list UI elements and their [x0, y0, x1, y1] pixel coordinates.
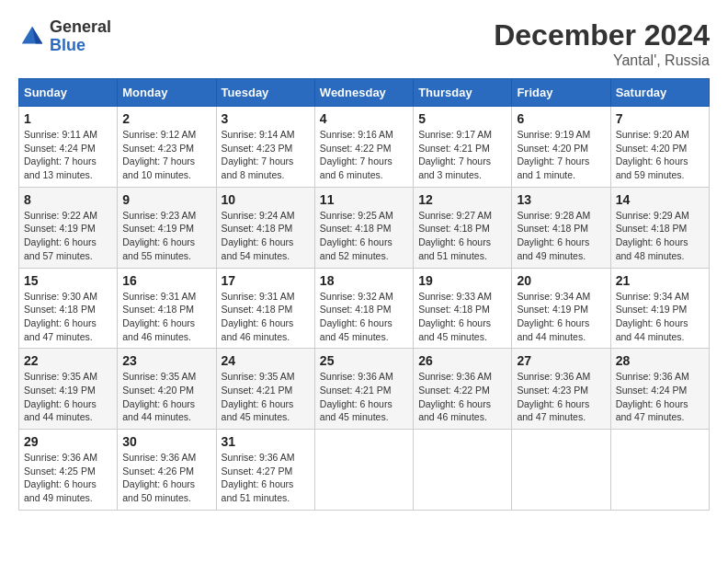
calendar-cell: 8Sunrise: 9:22 AMSunset: 4:19 PMDaylight…: [19, 187, 118, 268]
weekday-header: Saturday: [610, 79, 709, 107]
title-area: December 2024 Yantal', Russia: [494, 18, 710, 69]
day-info: Sunrise: 9:36 AMSunset: 4:25 PMDaylight:…: [24, 451, 112, 505]
day-number: 16: [122, 273, 210, 288]
day-number: 13: [517, 192, 605, 207]
day-info: Sunrise: 9:29 AMSunset: 4:18 PMDaylight:…: [616, 209, 704, 263]
day-number: 29: [24, 434, 112, 449]
day-info: Sunrise: 9:28 AMSunset: 4:18 PMDaylight:…: [517, 209, 605, 263]
calendar-cell: 17Sunrise: 9:31 AMSunset: 4:18 PMDayligh…: [216, 268, 314, 349]
weekday-header: Sunday: [19, 79, 118, 107]
logo-line2: Blue: [50, 37, 111, 55]
calendar-cell: 10Sunrise: 9:24 AMSunset: 4:18 PMDayligh…: [216, 187, 314, 268]
calendar-cell: 18Sunrise: 9:32 AMSunset: 4:18 PMDayligh…: [314, 268, 413, 349]
calendar-cell: 20Sunrise: 9:34 AMSunset: 4:19 PMDayligh…: [512, 268, 610, 349]
day-info: Sunrise: 9:36 AMSunset: 4:26 PMDaylight:…: [122, 451, 210, 505]
page-header: General Blue December 2024 Yantal', Russ…: [18, 18, 710, 69]
logo: General Blue: [18, 18, 111, 55]
day-number: 24: [222, 353, 310, 368]
day-info: Sunrise: 9:22 AMSunset: 4:19 PMDaylight:…: [24, 209, 112, 263]
logo-text: General Blue: [50, 18, 111, 55]
day-number: 26: [418, 353, 506, 368]
day-number: 18: [320, 273, 408, 288]
day-number: 27: [517, 353, 605, 368]
day-number: 8: [24, 192, 112, 207]
day-info: Sunrise: 9:20 AMSunset: 4:20 PMDaylight:…: [616, 128, 704, 182]
calendar-cell: 11Sunrise: 9:25 AMSunset: 4:18 PMDayligh…: [314, 187, 413, 268]
day-info: Sunrise: 9:36 AMSunset: 4:23 PMDaylight:…: [517, 370, 605, 424]
day-info: Sunrise: 9:11 AMSunset: 4:24 PMDaylight:…: [24, 128, 112, 182]
calendar-cell: 26Sunrise: 9:36 AMSunset: 4:22 PMDayligh…: [414, 349, 512, 430]
calendar-cell: 12Sunrise: 9:27 AMSunset: 4:18 PMDayligh…: [414, 187, 512, 268]
day-number: 17: [222, 273, 310, 288]
day-info: Sunrise: 9:31 AMSunset: 4:18 PMDaylight:…: [222, 290, 310, 344]
calendar-cell: 24Sunrise: 9:35 AMSunset: 4:21 PMDayligh…: [216, 349, 314, 430]
day-info: Sunrise: 9:19 AMSunset: 4:20 PMDaylight:…: [517, 128, 605, 182]
calendar-cell: 3Sunrise: 9:14 AMSunset: 4:23 PMDaylight…: [216, 107, 314, 188]
day-number: 2: [122, 111, 210, 126]
day-number: 20: [517, 273, 605, 288]
weekday-header: Wednesday: [314, 79, 413, 107]
calendar-cell: 21Sunrise: 9:34 AMSunset: 4:19 PMDayligh…: [610, 268, 709, 349]
day-number: 25: [320, 353, 408, 368]
calendar-cell: 19Sunrise: 9:33 AMSunset: 4:18 PMDayligh…: [414, 268, 512, 349]
calendar-cell: 7Sunrise: 9:20 AMSunset: 4:20 PMDaylight…: [610, 107, 709, 188]
day-info: Sunrise: 9:16 AMSunset: 4:22 PMDaylight:…: [320, 128, 408, 182]
calendar-week-row: 22Sunrise: 9:35 AMSunset: 4:19 PMDayligh…: [19, 349, 710, 430]
calendar-cell: 27Sunrise: 9:36 AMSunset: 4:23 PMDayligh…: [512, 349, 610, 430]
day-number: 22: [24, 353, 112, 368]
calendar-cell: 16Sunrise: 9:31 AMSunset: 4:18 PMDayligh…: [118, 268, 216, 349]
day-number: 5: [418, 111, 506, 126]
day-info: Sunrise: 9:30 AMSunset: 4:18 PMDaylight:…: [24, 290, 112, 344]
day-info: Sunrise: 9:35 AMSunset: 4:21 PMDaylight:…: [222, 370, 310, 424]
day-info: Sunrise: 9:27 AMSunset: 4:18 PMDaylight:…: [418, 209, 506, 263]
day-info: Sunrise: 9:12 AMSunset: 4:23 PMDaylight:…: [122, 128, 210, 182]
calendar-cell: [610, 430, 709, 511]
calendar-cell: 6Sunrise: 9:19 AMSunset: 4:20 PMDaylight…: [512, 107, 610, 188]
day-info: Sunrise: 9:24 AMSunset: 4:18 PMDaylight:…: [222, 209, 310, 263]
day-number: 19: [418, 273, 506, 288]
day-info: Sunrise: 9:35 AMSunset: 4:20 PMDaylight:…: [122, 370, 210, 424]
day-number: 28: [616, 353, 704, 368]
calendar-cell: 25Sunrise: 9:36 AMSunset: 4:21 PMDayligh…: [314, 349, 413, 430]
logo-line1: General: [50, 18, 111, 37]
day-number: 31: [222, 434, 310, 449]
day-info: Sunrise: 9:23 AMSunset: 4:19 PMDaylight:…: [122, 209, 210, 263]
day-number: 30: [122, 434, 210, 449]
day-number: 14: [616, 192, 704, 207]
calendar-week-row: 29Sunrise: 9:36 AMSunset: 4:25 PMDayligh…: [19, 430, 710, 511]
day-number: 1: [24, 111, 112, 126]
weekday-header: Thursday: [414, 79, 512, 107]
day-info: Sunrise: 9:25 AMSunset: 4:18 PMDaylight:…: [320, 209, 408, 263]
weekday-header-row: SundayMondayTuesdayWednesdayThursdayFrid…: [19, 79, 710, 107]
day-number: 9: [122, 192, 210, 207]
logo-icon: [18, 23, 46, 51]
day-info: Sunrise: 9:33 AMSunset: 4:18 PMDaylight:…: [418, 290, 506, 344]
day-info: Sunrise: 9:36 AMSunset: 4:21 PMDaylight:…: [320, 370, 408, 424]
day-info: Sunrise: 9:14 AMSunset: 4:23 PMDaylight:…: [222, 128, 310, 182]
calendar-cell: 5Sunrise: 9:17 AMSunset: 4:21 PMDaylight…: [414, 107, 512, 188]
day-number: 11: [320, 192, 408, 207]
calendar-cell: 28Sunrise: 9:36 AMSunset: 4:24 PMDayligh…: [610, 349, 709, 430]
calendar-cell: 29Sunrise: 9:36 AMSunset: 4:25 PMDayligh…: [19, 430, 118, 511]
day-info: Sunrise: 9:36 AMSunset: 4:22 PMDaylight:…: [418, 370, 506, 424]
day-info: Sunrise: 9:36 AMSunset: 4:24 PMDaylight:…: [616, 370, 704, 424]
day-info: Sunrise: 9:35 AMSunset: 4:19 PMDaylight:…: [24, 370, 112, 424]
calendar-cell: 13Sunrise: 9:28 AMSunset: 4:18 PMDayligh…: [512, 187, 610, 268]
calendar-cell: 9Sunrise: 9:23 AMSunset: 4:19 PMDaylight…: [118, 187, 216, 268]
calendar-cell: [414, 430, 512, 511]
calendar-week-row: 15Sunrise: 9:30 AMSunset: 4:18 PMDayligh…: [19, 268, 710, 349]
day-info: Sunrise: 9:34 AMSunset: 4:19 PMDaylight:…: [517, 290, 605, 344]
day-number: 6: [517, 111, 605, 126]
day-number: 12: [418, 192, 506, 207]
day-number: 15: [24, 273, 112, 288]
day-number: 7: [616, 111, 704, 126]
weekday-header: Tuesday: [216, 79, 314, 107]
weekday-header: Friday: [512, 79, 610, 107]
calendar-cell: 14Sunrise: 9:29 AMSunset: 4:18 PMDayligh…: [610, 187, 709, 268]
calendar-cell: 31Sunrise: 9:36 AMSunset: 4:27 PMDayligh…: [216, 430, 314, 511]
location: Yantal', Russia: [494, 52, 710, 69]
calendar-cell: 1Sunrise: 9:11 AMSunset: 4:24 PMDaylight…: [19, 107, 118, 188]
day-info: Sunrise: 9:36 AMSunset: 4:27 PMDaylight:…: [222, 451, 310, 505]
day-info: Sunrise: 9:31 AMSunset: 4:18 PMDaylight:…: [122, 290, 210, 344]
calendar-cell: 30Sunrise: 9:36 AMSunset: 4:26 PMDayligh…: [118, 430, 216, 511]
